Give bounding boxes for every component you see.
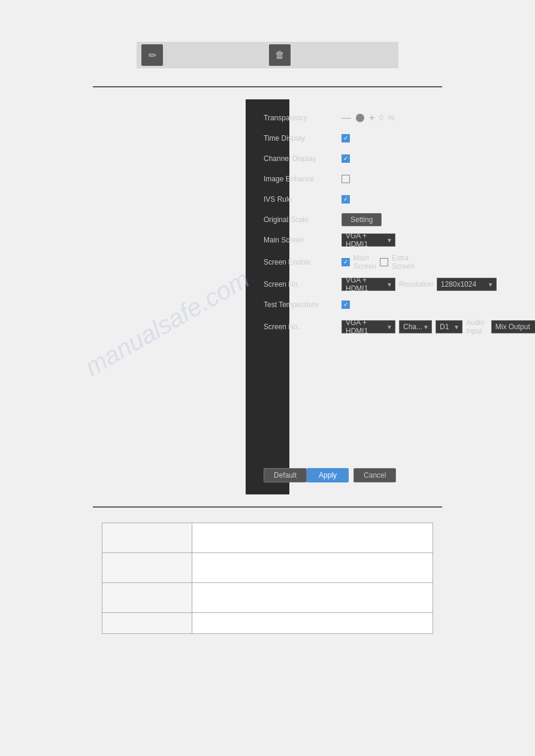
info-table — [102, 523, 433, 634]
screen-no1-value: VGA + HDMI1 ▼ Resolution 1280x1024 ▼ — [341, 278, 497, 291]
channel-value-text: D1 — [440, 323, 449, 331]
resolution-arrow-icon: ▼ — [488, 281, 494, 288]
image-enhance-value — [341, 175, 350, 183]
table-row — [102, 583, 433, 613]
channel-display-label: Channel Display — [264, 154, 341, 163]
table-cell-right — [192, 613, 433, 634]
screen-no2-label: Screen No. — [264, 323, 341, 331]
ivs-rule-row: IVS Rule — [264, 193, 271, 206]
transparency-indicator — [356, 114, 364, 122]
bottom-divider — [93, 506, 442, 508]
transparency-unit: % — [388, 114, 395, 122]
test-temperature-checkbox[interactable] — [341, 300, 350, 309]
main-screen-arrow-icon: ▼ — [386, 237, 392, 244]
channel-arrow-icon: ▼ — [423, 324, 429, 330]
channel-display-checkbox[interactable] — [341, 154, 350, 163]
screen-enable-main-label: Main Screen — [353, 254, 376, 271]
channel-display-row: Channel Display — [264, 152, 271, 165]
transparency-controls: — + 0 % — [341, 113, 395, 123]
screen-no1-label: Screen No. — [264, 280, 341, 289]
channel-value-arrow-icon: ▼ — [454, 324, 460, 330]
main-screen-select[interactable]: VGA + HDMI1 ▼ — [341, 233, 395, 247]
main-screen-label: Main Screen — [264, 236, 341, 244]
screen-enable-main-checkbox[interactable] — [341, 258, 350, 266]
table-row — [102, 523, 433, 553]
resolution-select[interactable]: 1280x1024 ▼ — [437, 278, 497, 291]
ivs-rule-label: IVS Rule — [264, 195, 341, 204]
table-cell-right — [192, 583, 433, 613]
main-screen-row: Main Screen VGA + HDMI1 ▼ — [264, 233, 271, 247]
watermark: manualsafe.com — [80, 265, 255, 382]
audio-input-select-text: Mix Output — [495, 323, 530, 331]
screen-no2-select-text: VGA + HDMI1 — [346, 318, 383, 335]
image-enhance-label: Image Enhance — [264, 175, 341, 183]
transparency-minus-button[interactable]: — — [341, 113, 351, 123]
original-scale-value: Setting — [341, 213, 382, 226]
channel-display-value — [341, 154, 350, 163]
table-cell-left — [102, 553, 192, 583]
screen-enable-row: Screen Enable Main Screen Extra Screen — [264, 254, 271, 271]
settings-panel: Transparency — + 0 % Time Display Channe… — [246, 99, 289, 494]
audio-input-label: Audio Input — [466, 318, 488, 335]
table-cell-left — [102, 523, 192, 553]
footer-right-buttons: Apply Cancel — [307, 468, 396, 482]
time-display-label: Time Display — [264, 134, 341, 142]
screen-enable-value: Main Screen Extra Screen — [341, 254, 415, 271]
time-display-checkbox[interactable] — [341, 134, 350, 142]
ivs-rule-checkbox[interactable] — [341, 195, 350, 204]
edit-icon: ✏ — [149, 50, 156, 61]
main-screen-value: VGA + HDMI1 ▼ — [341, 233, 395, 247]
settings-panel-wrapper: manualsafe.com Transparency — + 0 % Time… — [123, 99, 412, 494]
time-display-row: Time Display — [264, 132, 271, 145]
transparency-plus-button[interactable]: + — [369, 113, 374, 123]
table-row — [102, 553, 433, 583]
screen-no2-arrow-icon: ▼ — [386, 324, 392, 330]
screen-enable-extra-checkbox[interactable] — [380, 258, 388, 266]
test-temperature-label: Test Temperature — [264, 300, 341, 309]
test-temperature-row: Test Temperature — [264, 298, 271, 311]
original-scale-button[interactable]: Setting — [341, 213, 382, 226]
default-button[interactable]: Default — [264, 468, 307, 482]
main-screen-select-text: VGA + HDMI1 — [346, 232, 383, 248]
top-toolbar: ✏ 🗑 — [137, 42, 398, 68]
empty-space — [264, 342, 271, 462]
table-cell-right — [192, 523, 433, 553]
time-display-value — [341, 134, 350, 142]
test-temperature-value — [341, 300, 350, 309]
panel-footer: Default Apply Cancel — [264, 462, 271, 485]
edit-button[interactable]: ✏ — [141, 44, 163, 66]
original-scale-row: Original Scale Setting — [264, 213, 271, 226]
table-cell-left — [102, 613, 192, 634]
image-enhance-row: Image Enhance — [264, 172, 271, 186]
image-enhance-checkbox[interactable] — [341, 175, 350, 183]
audio-input-select[interactable]: Mix Output ▼ — [491, 320, 535, 333]
transparency-label: Transparency — [264, 114, 341, 122]
channel-select[interactable]: Cha... ▼ — [399, 320, 432, 333]
screen-no1-row: Screen No. VGA + HDMI1 ▼ Resolution 1280… — [264, 278, 271, 291]
screen-no1-select-text: VGA + HDMI1 — [346, 276, 383, 293]
resolution-select-text: 1280x1024 — [441, 280, 476, 289]
top-divider — [93, 86, 442, 87]
delete-button[interactable]: 🗑 — [269, 44, 291, 66]
screen-enable-label: Screen Enable — [264, 258, 341, 266]
table-cell-right — [192, 553, 433, 583]
delete-icon: 🗑 — [275, 50, 285, 60]
transparency-value: 0 — [379, 114, 383, 122]
channel-label-text: Cha... — [403, 323, 422, 331]
apply-button[interactable]: Apply — [307, 468, 349, 482]
screen-no1-arrow-icon: ▼ — [386, 281, 392, 288]
screen-no2-value: VGA + HDMI1 ▼ Cha... ▼ D1 ▼ Audio Input … — [341, 318, 535, 335]
screen-no1-select[interactable]: VGA + HDMI1 ▼ — [341, 278, 395, 291]
screen-no2-row: Screen No. VGA + HDMI1 ▼ Cha... ▼ D1 ▼ A… — [264, 318, 271, 335]
table-cell-left — [102, 583, 192, 613]
resolution-label: Resolution — [399, 280, 433, 289]
screen-enable-extra-label: Extra Screen — [392, 254, 415, 271]
table-row — [102, 613, 433, 634]
ivs-rule-value — [341, 195, 350, 204]
original-scale-label: Original Scale — [264, 215, 341, 224]
cancel-button[interactable]: Cancel — [353, 468, 396, 482]
screen-no2-select[interactable]: VGA + HDMI1 ▼ — [341, 320, 395, 333]
channel-value-select[interactable]: D1 ▼ — [436, 320, 463, 333]
transparency-row: Transparency — + 0 % — [264, 111, 271, 125]
